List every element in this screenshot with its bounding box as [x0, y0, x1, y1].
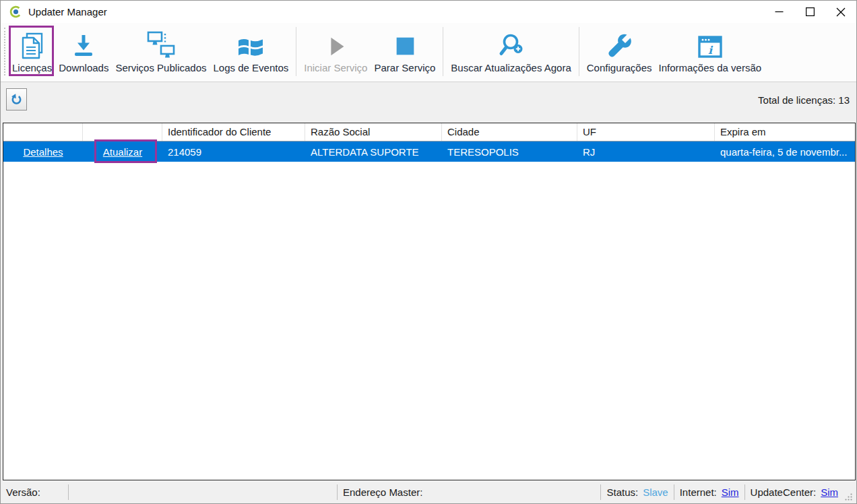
header-cell-expira-em[interactable]: Expira em: [715, 123, 855, 141]
toolbar-label-licencas: Licenças: [12, 61, 52, 75]
maximize-button[interactable]: [794, 1, 825, 23]
play-icon: [323, 34, 348, 59]
toolbar-label-informacoes-versao: Informações da versão: [659, 61, 762, 75]
header-cell-cidade[interactable]: Cidade: [442, 123, 577, 141]
maximize-icon: [806, 7, 815, 16]
cell-razao-social: ALTERDATA SUPORTE: [305, 146, 442, 158]
toolbar-button-licencas[interactable]: Licenças: [9, 23, 55, 82]
total-licenses-label: Total de licenças: 13: [758, 94, 850, 106]
toolbar-button-iniciar-servico: Iniciar Serviço: [300, 23, 371, 82]
statusbar-separator: [744, 484, 745, 500]
status-bar: Versão: Endereço Master: Status: Slave I…: [1, 481, 856, 503]
updatecenter-label: UpdateCenter:: [751, 486, 817, 498]
endereco-master-label: Endereço Master:: [343, 486, 422, 498]
windows-flag-icon: [237, 36, 264, 59]
refresh-button[interactable]: [6, 88, 27, 111]
cell-uf: RJ: [577, 146, 715, 158]
toolbar-button-parar-servico[interactable]: Parar Serviço: [371, 23, 439, 82]
toolbar-separator: [443, 27, 443, 76]
statusbar-separator: [674, 484, 674, 500]
toolbar-separator: [579, 27, 579, 76]
download-arrow-icon: [70, 34, 97, 59]
statusbar-separator: [68, 484, 69, 500]
statusbar-separator: [600, 484, 601, 500]
header-cell-identificador[interactable]: Identificador do Cliente: [162, 123, 305, 141]
internet-label: Internet:: [680, 486, 717, 498]
header-cell-razao-social[interactable]: Razão Social: [305, 123, 442, 141]
toolbar-grip[interactable]: [4, 28, 5, 75]
header-cell-atualizar[interactable]: [83, 123, 162, 141]
internet-sim-link[interactable]: Sim: [722, 486, 739, 498]
versao-label: Versão:: [6, 486, 40, 498]
wrench-icon: [606, 32, 633, 59]
toolbar-separator: [296, 27, 296, 76]
toolbar-label-logs: Serviços Publicados: [115, 61, 206, 75]
table-header-row: Identificador do Cliente Razão Social Ci…: [3, 123, 855, 141]
statusbar-right-group: Status: Slave Internet: Sim UpdateCenter…: [595, 481, 853, 503]
status-value: Slave: [643, 486, 668, 498]
main-toolbar: Licenças Downloads: [1, 23, 856, 82]
search-plus-icon: [498, 32, 525, 59]
licenses-documents-icon: [20, 32, 44, 59]
header-cell-detalhes[interactable]: [3, 123, 83, 141]
toolbar-button-configuracoes[interactable]: Configurações: [583, 23, 656, 82]
info-window-icon: i: [697, 35, 724, 59]
cell-cidade: TERESOPOLIS: [442, 146, 577, 158]
header-cell-uf[interactable]: UF: [577, 123, 715, 141]
window-controls: [763, 1, 856, 23]
toolbar-button-informacoes-versao[interactable]: i Informações da versão: [656, 23, 765, 82]
network-monitors-icon: [147, 31, 175, 59]
table-row[interactable]: Detalhes Atualizar 214059 ALTERDATA SUPO…: [3, 141, 855, 162]
cell-detalhes: Detalhes: [3, 146, 83, 158]
licenses-table: Identificador do Cliente Razão Social Ci…: [3, 123, 856, 480]
alterdata-app-icon: [9, 5, 22, 18]
window-title: Updater Manager: [28, 6, 107, 18]
statusbar-separator: [337, 484, 338, 500]
cell-expira-em: quarta-feira, 5 de novembr...: [715, 146, 855, 158]
updater-manager-window: Updater Manager: [0, 0, 857, 504]
toolbar-label-logs-de-eventos: Logs de Eventos: [214, 61, 289, 75]
close-icon: [836, 7, 846, 17]
toolbar-label-iniciar-servico: Iniciar Serviço: [304, 61, 367, 75]
resize-grip[interactable]: [844, 493, 853, 501]
list-toolbar: Total de licenças: 13: [1, 82, 856, 123]
cell-atualizar: Atualizar: [83, 146, 162, 158]
minimize-icon: [775, 7, 784, 16]
close-button[interactable]: [825, 1, 856, 23]
refresh-icon: [10, 93, 23, 106]
toolbar-label-parar-servico: Parar Serviço: [374, 61, 435, 75]
stop-square-icon: [392, 34, 418, 59]
title-bar: Updater Manager: [1, 1, 856, 23]
status-label: Status:: [606, 486, 638, 498]
minimize-button[interactable]: [763, 1, 794, 23]
toolbar-button-buscar-atualizacoes[interactable]: Buscar Atualizações Agora: [447, 23, 574, 82]
toolbar-label-configuracoes: Configurações: [587, 61, 652, 75]
toolbar-button-servicos-publicados[interactable]: Serviços Publicados: [112, 23, 210, 82]
toolbar-button-logs-de-eventos[interactable]: Logs de Eventos: [210, 23, 292, 82]
cell-identificador: 214059: [162, 146, 305, 158]
atualizar-link[interactable]: Atualizar: [103, 146, 142, 158]
toolbar-button-downloads[interactable]: Downloads: [55, 23, 112, 82]
toolbar-label-downloads: Downloads: [59, 61, 108, 75]
updatecenter-sim-link[interactable]: Sim: [821, 486, 838, 498]
detalhes-link[interactable]: Detalhes: [23, 146, 63, 158]
toolbar-label-buscar-atualizacoes: Buscar Atualizações Agora: [451, 61, 571, 75]
